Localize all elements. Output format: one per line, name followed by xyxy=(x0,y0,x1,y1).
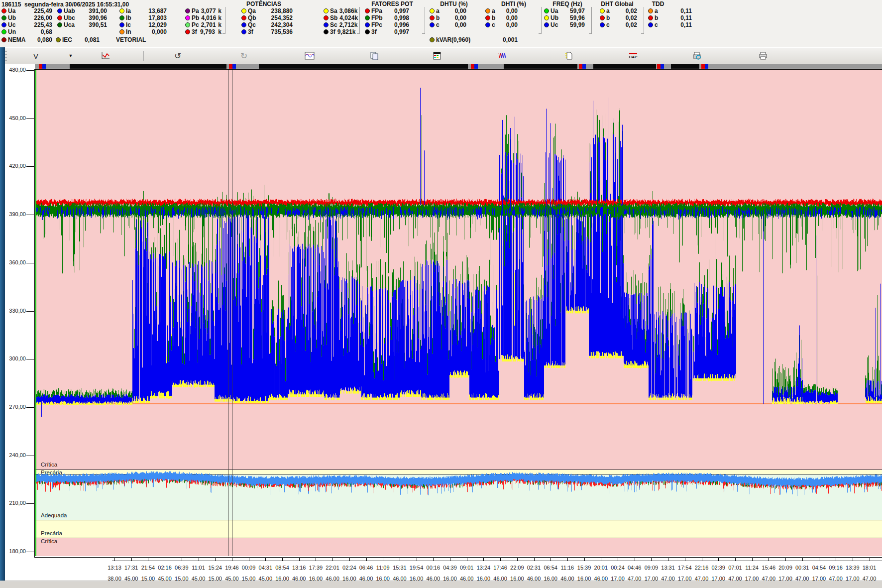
x-axis-tick xyxy=(282,558,283,561)
y-axis-tick-label: 270,00 xyxy=(4,404,26,410)
x-axis-tick xyxy=(668,558,668,561)
measurement-header: 186115 segunda-feira 30/06/2025 16:55:31… xyxy=(0,0,882,47)
series-color-dot xyxy=(365,29,370,34)
waveform-chart-icon[interactable] xyxy=(303,49,317,62)
y-axis-tick-label: 210,00 xyxy=(4,500,26,506)
x-axis-seconds-label: 17,00 xyxy=(846,576,860,582)
x-axis-time-label: 04:46 xyxy=(628,565,642,571)
copy-icon[interactable] xyxy=(367,49,381,62)
overview-bar[interactable] xyxy=(35,64,882,69)
x-axis-seconds-label: 17,00 xyxy=(711,576,725,582)
measurement-readout: Ia13,687 xyxy=(119,7,167,14)
x-axis-seconds-label: 47,00 xyxy=(628,576,642,582)
redo-icon[interactable]: ↻ xyxy=(237,49,251,62)
x-axis-seconds-label: 47,00 xyxy=(728,576,742,582)
x-axis-tick xyxy=(567,558,568,561)
x-axis-tick xyxy=(853,558,853,561)
x-axis-time-label: 13:31 xyxy=(661,565,675,571)
x-axis-seconds-label: 45,00 xyxy=(259,576,273,582)
overview-event-marker-red xyxy=(579,64,582,69)
x-axis-tick xyxy=(148,558,148,561)
y-axis-tick xyxy=(26,311,34,312)
x-axis-seconds-label: 47,00 xyxy=(829,576,843,582)
overview-event-marker-red xyxy=(471,64,474,69)
y-axis-tick xyxy=(26,407,34,408)
x-axis-time-label: 04:54 xyxy=(812,565,826,571)
x-axis-seconds-label: 45,00 xyxy=(158,576,172,582)
measurement-readout: Un0,68 xyxy=(1,28,52,35)
line-chart-icon[interactable] xyxy=(99,49,112,62)
undo-icon[interactable]: ↺ xyxy=(171,49,185,62)
x-axis-tick xyxy=(735,558,736,561)
y-axis-tick xyxy=(26,359,34,359)
measurement-readout: In0,000 xyxy=(119,28,167,35)
x-axis-seconds-label: 15,00 xyxy=(175,576,189,582)
x-axis-tick xyxy=(584,558,585,561)
x-axis-time-label: 00:09 xyxy=(242,565,256,571)
x-axis-tick xyxy=(131,558,132,561)
trace-canvas[interactable] xyxy=(35,70,882,556)
measurement-readout: 3f735,536 xyxy=(241,28,293,35)
x-axis-time-label: 15:39 xyxy=(577,565,591,571)
measurement-readout: Uca390,51 xyxy=(57,21,107,28)
x-axis-tick xyxy=(332,558,333,561)
x-axis-time-label: 11:24 xyxy=(745,565,759,571)
x-axis-time-label: 00:31 xyxy=(795,565,809,571)
series-color-dot xyxy=(600,22,605,27)
x-axis-tick xyxy=(349,558,350,561)
x-axis-time-label: 08:54 xyxy=(275,565,289,571)
x-axis-tick xyxy=(417,558,417,561)
series-color-dot xyxy=(57,22,62,27)
iec-readout: IEC0,081 xyxy=(56,36,100,43)
x-axis-time-label: 02:31 xyxy=(527,565,541,571)
y-axis-tick xyxy=(26,70,34,71)
x-axis-time-label: 09:16 xyxy=(829,565,843,571)
x-axis-tick xyxy=(618,558,618,561)
chevron-down-icon[interactable]: ▼ xyxy=(64,49,78,62)
x-axis-time-label: 17:46 xyxy=(493,565,507,571)
series-color-dot xyxy=(119,15,124,20)
x-axis-seconds-label: 46,00 xyxy=(326,576,339,582)
measurement-readout: Uc225,43 xyxy=(1,21,52,28)
series-color-dot xyxy=(600,8,605,13)
y-axis-tick xyxy=(26,215,34,215)
time-cursor-right-line[interactable] xyxy=(232,70,232,556)
x-axis-time-label: 11:09 xyxy=(376,565,390,571)
voltage-view-button[interactable]: V xyxy=(29,49,43,62)
measurement-readout: Sb4,024k xyxy=(324,14,353,21)
print-icon[interactable] xyxy=(756,49,770,62)
overview-event-marker-red xyxy=(701,64,705,69)
header-separator xyxy=(225,7,225,34)
plot-area[interactable]: CríticaPrecáriaAdequadaPrecáriaCrítica xyxy=(34,69,882,558)
x-axis-seconds-label: 16,00 xyxy=(275,576,289,582)
series-color-dot xyxy=(1,15,6,20)
table-icon[interactable] xyxy=(430,49,444,62)
x-axis-seconds-label: 17,00 xyxy=(645,576,659,582)
x-axis-seconds-label: 16,00 xyxy=(443,576,457,582)
x-axis-tick xyxy=(819,558,819,561)
header-separator xyxy=(541,7,542,34)
series-color-dot xyxy=(1,37,6,42)
cap-capture-icon[interactable]: CAP xyxy=(626,49,640,62)
new-document-icon[interactable] xyxy=(562,49,576,62)
harmonics-icon[interactable] xyxy=(496,49,510,62)
header-separator xyxy=(644,7,644,34)
measurement-readout: b0,02 xyxy=(600,14,637,21)
x-axis-tick xyxy=(433,558,434,561)
measurement-readout: Ib17,803 xyxy=(119,14,167,21)
x-axis-tick xyxy=(182,558,182,561)
x-axis-time-label: 18:01 xyxy=(863,565,877,571)
nema-readout: NEMA0,080 xyxy=(1,36,52,43)
series-color-dot xyxy=(430,22,435,27)
x-axis-time-label: 00:24 xyxy=(611,565,625,571)
x-axis-time-label: 11:01 xyxy=(192,565,205,571)
x-axis-seconds-label: 45,00 xyxy=(225,576,239,582)
print-preview-icon[interactable] xyxy=(690,49,704,62)
y-axis-tick-label: 450,00 xyxy=(4,115,26,121)
toolbar-gripper[interactable] xyxy=(5,50,7,62)
x-axis-seconds-label: 16,00 xyxy=(477,576,491,582)
x-axis-tick xyxy=(467,558,467,561)
time-cursor-left-line[interactable] xyxy=(228,70,228,556)
y-axis-tick xyxy=(26,456,34,456)
header-group-title: TDD xyxy=(652,0,664,7)
